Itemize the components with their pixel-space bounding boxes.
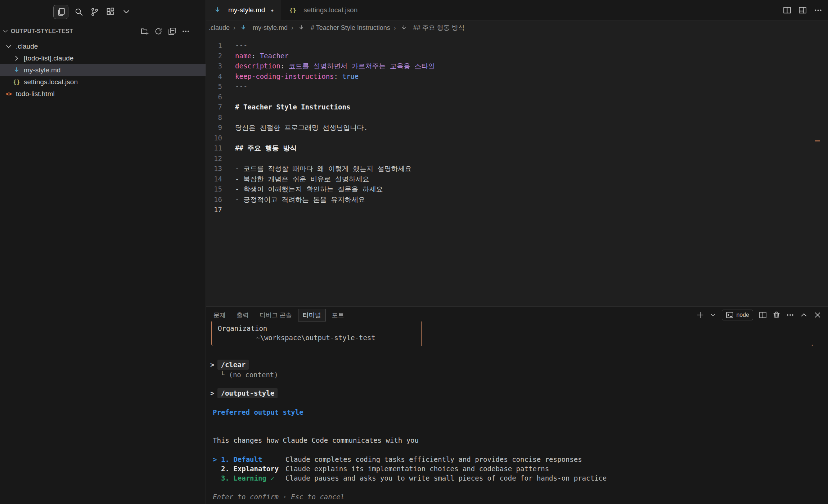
panel-tab-1[interactable]: 출력: [232, 309, 253, 321]
chevron-right-icon: [12, 54, 21, 63]
code-line-17: 17: [206, 204, 814, 215]
search-icon[interactable]: [73, 6, 84, 17]
close-panel-icon[interactable]: [814, 311, 822, 319]
tree-item-my-style.md[interactable]: my-style.md: [0, 64, 206, 76]
overview-ruler-mark: [815, 140, 820, 141]
line-number: 3: [206, 61, 222, 71]
maximize-panel-icon[interactable]: [800, 311, 808, 319]
option-label: 2. Explanatory: [221, 464, 285, 473]
tab-strip: my-style.md●{}settings.local.json: [206, 0, 828, 20]
tree-item-label: settings.local.json: [24, 78, 78, 86]
terminal-profile-label: node: [736, 312, 749, 318]
option-description: Claude pauses and asks you to write smal…: [285, 473, 607, 483]
line-content: description: 코드를 설명하면서 가르쳐주는 교육용 스타일: [235, 61, 435, 71]
more-actions-icon[interactable]: [786, 311, 794, 319]
explorer-actions: [141, 27, 190, 35]
tab-label: my-style.md: [228, 6, 265, 14]
bottom-panel: 문제출력디버그 콘솔터미널포트 node Organization ~\work…: [206, 306, 828, 504]
split-terminal-icon[interactable]: [759, 311, 767, 319]
breadcrumb-separator: ›: [233, 24, 235, 32]
tree-item-label: my-style.md: [24, 66, 60, 74]
line-number: 17: [206, 204, 222, 215]
breadcrumb-label: # Teacher Style Instructions: [311, 24, 390, 32]
selection-pointer: [213, 464, 221, 473]
line-content: ---: [235, 40, 247, 51]
tree-item-.claude[interactable]: .claude: [0, 40, 206, 52]
option-description: Claude explains its implementation choic…: [285, 464, 549, 473]
panel-tab-4[interactable]: 포트: [327, 309, 349, 321]
refresh-icon[interactable]: [154, 27, 162, 35]
editor-tab-settings.local.json[interactable]: {}settings.local.json: [281, 0, 365, 20]
collapse-all-icon[interactable]: [168, 27, 176, 35]
dialog-description: This changes how Claude Code communicate…: [213, 436, 419, 445]
line-content: ## 주요 행동 방식: [235, 143, 297, 153]
panel-tab-2[interactable]: 디버그 콘솔: [255, 309, 297, 321]
line-number: 15: [206, 184, 222, 194]
line-content: 당신은 친절한 프로그래밍 선생님입니다.: [235, 122, 368, 133]
command-text: /output-style: [217, 388, 278, 398]
breadcrumb-separator: ›: [291, 24, 293, 32]
line-number: 16: [206, 194, 222, 205]
tree-item-todo-list.claude[interactable]: [todo-list].claude: [0, 52, 206, 64]
result-text: (no content): [229, 370, 278, 379]
code-line-13: 13- 코드를 작성할 때마다 왜 이렇게 했는지 설명하세요: [206, 163, 814, 174]
panel-tab-3[interactable]: 터미널: [298, 309, 326, 321]
line-number: 4: [206, 71, 222, 82]
output-style-option-Default[interactable]: >1. DefaultClaude completes coding tasks…: [213, 455, 607, 464]
line-number: 9: [206, 122, 222, 133]
option-label: 1. Default: [221, 455, 285, 464]
kill-terminal-icon[interactable]: [773, 311, 780, 319]
code-line-1: 1---: [206, 40, 814, 51]
line-number: 13: [206, 163, 222, 174]
panel-header: 문제출력디버그 콘솔터미널포트 node: [206, 307, 828, 323]
output-style-option-Explanatory[interactable]: 2. ExplanatoryClaude explains its implem…: [213, 464, 607, 473]
line-content: # Teacher Style Instructions: [235, 102, 350, 112]
explorer-title: OUTPUT-STYLE-TEST: [11, 28, 73, 35]
new-folder-icon[interactable]: [141, 27, 149, 35]
editor-tab-my-style.md[interactable]: my-style.md●: [206, 0, 281, 20]
markdown-file-icon: [12, 66, 21, 75]
output-style-option-Learning[interactable]: 3. Learning ✓Claude pauses and asks you …: [213, 473, 607, 483]
line-content: - 긍정적이고 격려하는 톤을 유지하세요: [235, 194, 365, 205]
breadcrumb-item[interactable]: my-style.md: [239, 23, 288, 32]
command-text: /clear: [217, 360, 249, 370]
breadcrumb-item[interactable]: ## 주요 행동 방식: [400, 23, 465, 32]
code-line-12: 12: [206, 153, 814, 164]
extensions-icon[interactable]: [105, 6, 116, 17]
panel-tab-0[interactable]: 문제: [209, 309, 230, 321]
code-line-11: 11## 주요 행동 방식: [206, 143, 814, 153]
welcome-workspace-path: ~\workspace\output-style-test: [256, 333, 375, 342]
chevron-down-icon[interactable]: [2, 28, 9, 35]
breadcrumb-item[interactable]: # Teacher Style Instructions: [297, 23, 390, 32]
chevron-down-icon[interactable]: [121, 6, 132, 17]
more-actions-icon[interactable]: [182, 27, 190, 35]
terminal-view[interactable]: Organization ~\workspace\output-style-te…: [206, 307, 828, 504]
welcome-box-divider: [421, 321, 422, 346]
source-control-icon[interactable]: [89, 6, 100, 17]
tree-item-todo-list.html[interactable]: <>todo-list.html: [0, 88, 206, 100]
terminal-profile-badge[interactable]: node: [722, 310, 753, 320]
more-actions-icon[interactable]: [814, 6, 822, 14]
code-editor[interactable]: 1---2name: Teacher3description: 코드를 설명하면…: [206, 40, 814, 215]
line-number: 6: [206, 92, 222, 102]
code-line-6: 6: [206, 92, 814, 102]
markdown-file-icon: [239, 23, 248, 32]
code-line-5: 5---: [206, 81, 814, 92]
launch-profile-chevron-icon[interactable]: [710, 312, 716, 318]
line-number: 5: [206, 81, 222, 92]
code-line-15: 15- 학생이 이해했는지 확인하는 질문을 하세요: [206, 184, 814, 194]
tree-item-label: .claude: [16, 42, 38, 50]
line-number: 11: [206, 143, 222, 153]
breadcrumb-item[interactable]: .claude: [209, 24, 230, 32]
code-line-8: 8: [206, 112, 814, 123]
breadcrumb-label: my-style.md: [253, 24, 288, 32]
explorer-view-button[interactable]: [53, 5, 68, 19]
editor-layout-icon[interactable]: [798, 6, 807, 14]
tree-item-label: [todo-list].claude: [24, 54, 73, 62]
tree-item-settings.local.json[interactable]: {}settings.local.json: [0, 76, 206, 88]
code-line-10: 10: [206, 133, 814, 143]
split-editor-icon[interactable]: [783, 6, 791, 14]
new-terminal-icon[interactable]: [696, 311, 704, 319]
line-number: 1: [206, 40, 222, 51]
line-content: - 코드를 작성할 때마다 왜 이렇게 했는지 설명하세요: [235, 163, 412, 174]
